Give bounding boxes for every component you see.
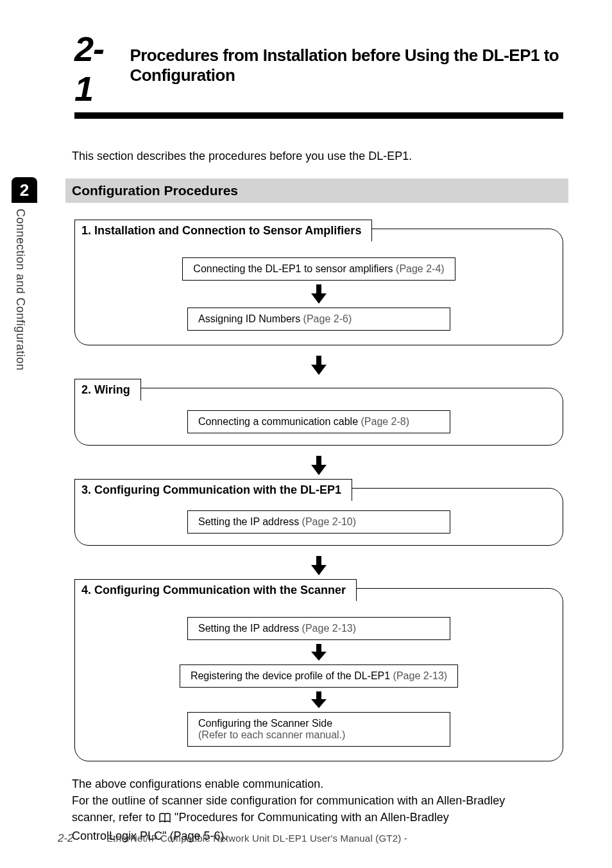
flowchart: 1. Installation and Connection to Sensor…: [74, 229, 563, 761]
flow-group-2-label: 2. Wiring: [74, 379, 141, 401]
step-ref: (Page 2-4): [393, 263, 445, 274]
svg-marker-5: [311, 691, 327, 708]
svg-marker-1: [311, 356, 327, 375]
down-arrow-icon: [309, 691, 328, 708]
flow-group-4: 4. Configuring Communication with the Sc…: [74, 588, 563, 761]
step-ref: (Page 2-13): [390, 670, 447, 681]
closing-text: scanner, refer to: [72, 811, 158, 824]
page-content: 2-1 Procedures from Installation before …: [0, 0, 612, 868]
page-number: 2-2: [58, 832, 74, 845]
flow-step: Connecting the DL-EP1 to sensor amplifie…: [182, 257, 455, 281]
flow-step: Configuring the Scanner Side (Refer to e…: [187, 712, 450, 747]
flow-step: Registering the device profile of the DL…: [180, 664, 458, 688]
footer-title: - EtherNet/IP Compatible Network Unit DL…: [101, 833, 407, 844]
section-title: Procedures from Installation before Usin…: [130, 46, 563, 85]
flow-step: Setting the IP address (Page 2-13): [187, 617, 450, 640]
step-text: Setting the IP address: [198, 516, 299, 527]
svg-marker-4: [311, 644, 327, 661]
book-icon: [158, 811, 171, 828]
subsection-heading: Configuration Procedures: [65, 178, 568, 203]
step-subtext: (Refer to each scanner manual.): [198, 729, 439, 741]
flow-group-1-label: 1. Installation and Connection to Sensor…: [74, 220, 372, 241]
step-text: Connecting a communication cable: [198, 416, 358, 427]
flow-step: Connecting a communication cable (Page 2…: [187, 410, 450, 433]
step-ref: (Page 2-10): [299, 516, 356, 527]
svg-marker-2: [311, 456, 327, 475]
closing-line: For the outline of scanner side configur…: [72, 792, 563, 809]
step-text: Connecting the DL-EP1 to sensor amplifie…: [193, 263, 393, 274]
down-arrow-icon: [309, 284, 328, 304]
closing-text: "Procedures for Communicating with an Al…: [174, 811, 449, 824]
flow-step: Setting the IP address (Page 2-10): [187, 510, 450, 534]
closing-line: scanner, refer to "Procedures for Commun…: [72, 809, 563, 828]
step-text: Configuring the Scanner Side: [198, 718, 439, 729]
svg-marker-0: [311, 284, 327, 304]
step-ref: (Page 2-8): [358, 416, 409, 427]
flow-group-3: 3. Configuring Communication with the DL…: [74, 488, 563, 546]
intro-paragraph: This section describes the procedures be…: [72, 150, 563, 163]
flow-group-1: 1. Installation and Connection to Sensor…: [74, 229, 563, 345]
svg-marker-3: [311, 556, 327, 575]
step-ref: (Page 2-13): [299, 623, 356, 634]
down-arrow-icon: [74, 456, 563, 475]
step-text: Registering the device profile of the DL…: [191, 670, 390, 681]
down-arrow-icon: [309, 644, 328, 661]
page-footer: 2-2 - EtherNet/IP Compatible Network Uni…: [58, 832, 563, 845]
section-number: 2-1: [74, 29, 113, 108]
section-header: 2-1 Procedures from Installation before …: [74, 29, 563, 119]
flow-group-3-label: 3. Configuring Communication with the DL…: [74, 479, 352, 501]
flow-group-2: 2. Wiring Connecting a communication cab…: [74, 388, 563, 446]
down-arrow-icon: [74, 556, 563, 575]
step-ref: (Page 2-6): [300, 313, 352, 324]
step-text: Assigning ID Numbers: [198, 313, 300, 324]
flow-group-4-label: 4. Configuring Communication with the Sc…: [74, 579, 357, 601]
step-text: Setting the IP address: [198, 623, 299, 634]
closing-line: The above configurations enable communic…: [72, 776, 563, 792]
down-arrow-icon: [74, 356, 563, 375]
flow-step: Assigning ID Numbers (Page 2-6): [187, 308, 450, 331]
